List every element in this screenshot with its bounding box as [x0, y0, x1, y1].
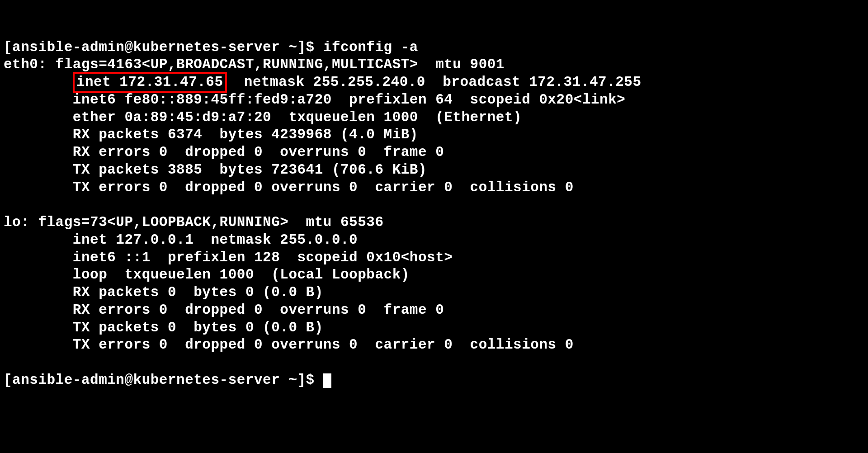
eth0-rx-packets-line: RX packets 6374 bytes 4239968 (4.0 MiB): [4, 127, 418, 142]
indent: [4, 74, 73, 90]
lo-tx-packets-line: TX packets 0 bytes 0 (0.0 B): [4, 320, 323, 335]
lo-rx-packets-line: RX packets 0 bytes 0 (0.0 B): [4, 284, 323, 300]
eth0-header-line: eth0: flags=4163<UP,BROADCAST,RUNNING,MU…: [4, 57, 505, 72]
eth0-tx-packets-line: TX packets 3885 bytes 723641 (706.6 KiB): [4, 162, 427, 178]
eth0-inet-rest: netmask 255.255.240.0 broadcast 172.31.4…: [227, 74, 642, 90]
shell-prompt-2: [ansible-admin@kubernetes-server ~]$: [4, 372, 323, 388]
cursor-block: [323, 373, 331, 388]
lo-inet6-line: inet6 ::1 prefixlen 128 scopeid 0x10<hos…: [4, 250, 453, 265]
eth0-tx-errors-line: TX errors 0 dropped 0 overruns 0 carrier…: [4, 179, 574, 195]
lo-loop-line: loop txqueuelen 1000 (Local Loopback): [4, 267, 410, 283]
eth0-rx-errors-line: RX errors 0 dropped 0 overruns 0 frame 0: [4, 144, 444, 160]
command-text: ifconfig -a: [323, 39, 418, 55]
terminal-output[interactable]: [ansible-admin@kubernetes-server ~]$ ifc…: [4, 39, 864, 389]
lo-header-line: lo: flags=73<UP,LOOPBACK,RUNNING> mtu 65…: [4, 214, 384, 230]
eth0-ether-line: ether 0a:89:45:d9:a7:20 txqueuelen 1000 …: [4, 109, 522, 125]
lo-inet-line: inet 127.0.0.1 netmask 255.0.0.0: [4, 232, 358, 248]
lo-rx-errors-line: RX errors 0 dropped 0 overruns 0 frame 0: [4, 302, 444, 318]
shell-prompt: [ansible-admin@kubernetes-server ~]$: [4, 39, 323, 55]
lo-tx-errors-line: TX errors 0 dropped 0 overruns 0 carrier…: [4, 337, 574, 353]
eth0-inet-highlight: inet 172.31.47.65: [73, 72, 227, 93]
eth0-inet6-line: inet6 fe80::889:45ff:fed9:a720 prefixlen…: [4, 92, 625, 108]
